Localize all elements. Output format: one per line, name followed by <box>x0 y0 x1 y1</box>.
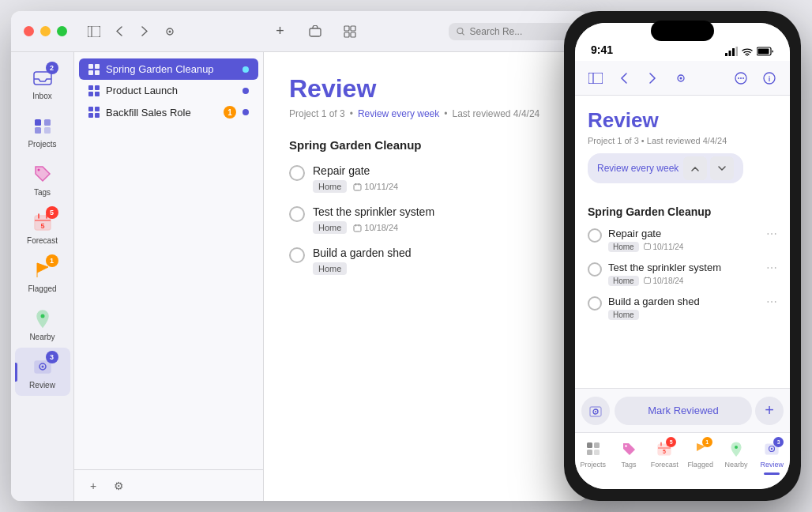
phone-tab-review[interactable]: 3 Review <box>754 439 790 469</box>
phone-more-icon[interactable] <box>730 67 752 89</box>
sidebar-item-label: Tags <box>34 188 51 197</box>
sidebar-item-forecast[interactable]: 5 5 Forecast <box>15 203 70 251</box>
phone-tab-label: Projects <box>580 461 606 469</box>
task-date: 10/18/24 <box>353 223 398 232</box>
expand-button[interactable] <box>339 21 361 43</box>
svg-rect-70 <box>587 442 592 448</box>
project-item-product-launch[interactable]: Product Launch <box>79 80 258 101</box>
close-button[interactable] <box>24 26 34 36</box>
task-complete-button[interactable] <box>289 247 305 263</box>
phone-forward-icon[interactable] <box>641 67 664 89</box>
sidebar-item-tags[interactable]: Tags <box>15 155 70 203</box>
phone-tab-forecast[interactable]: 5 5 Forecast <box>647 439 682 469</box>
sidebar-item-nearby[interactable]: Nearby <box>15 299 70 348</box>
task-complete-button[interactable] <box>289 165 305 181</box>
phone-task-meta: Home 10/18/24 <box>608 276 760 286</box>
phone-tab-tags[interactable]: Tags <box>611 439 646 469</box>
phone-task-more-icon[interactable]: ⋯ <box>766 228 777 240</box>
tags-icon <box>30 161 55 186</box>
add-item-button[interactable]: + <box>269 21 291 43</box>
review-frequency-link[interactable]: Review every week <box>358 108 439 119</box>
svg-point-58 <box>742 77 744 79</box>
view-button[interactable] <box>159 21 181 43</box>
phone-task-complete-button[interactable] <box>588 296 602 311</box>
task-content: Build a garden shed Home <box>313 247 562 275</box>
phone-tab-projects[interactable]: Projects <box>575 439 611 469</box>
svg-point-48 <box>746 55 748 56</box>
project-status-dot <box>242 66 249 73</box>
phone-active-tab-indicator <box>764 472 780 475</box>
task-item-sprinkler: Test the sprinkler system Home 10/18/24 <box>289 205 562 234</box>
add-project-button[interactable]: + <box>84 476 103 495</box>
phone-add-button[interactable]: + <box>755 397 784 425</box>
sidebar-item-inbox[interactable]: 2 Inbox <box>15 58 70 107</box>
title-bar: + <box>11 11 588 52</box>
phone-review-pill[interactable]: Review every week <box>588 153 743 183</box>
phone-task-more-icon[interactable]: ⋯ <box>766 296 777 308</box>
svg-rect-61 <box>644 244 650 250</box>
phone-tab-nearby[interactable]: Nearby <box>718 439 754 469</box>
sidebar-item-label: Forecast <box>27 236 58 245</box>
phone-sidebar-icon[interactable] <box>585 67 607 89</box>
phone-tab-flagged[interactable]: 1 Flagged <box>682 439 718 469</box>
phone-bottom-bar: Mark Reviewed + <box>575 388 790 432</box>
maximize-button[interactable] <box>57 26 67 36</box>
wifi-icon <box>742 47 753 56</box>
project-item-spring-garden[interactable]: Spring Garden Cleanup <box>79 58 258 80</box>
search-input[interactable] <box>470 26 567 37</box>
project-name: Product Launch <box>106 85 236 96</box>
project-grid-icon <box>88 107 100 118</box>
svg-rect-34 <box>88 107 93 111</box>
task-meta: Home 10/18/24 <box>313 221 562 234</box>
minimize-button[interactable] <box>40 26 51 36</box>
phone-chevron-down[interactable] <box>710 156 734 180</box>
phone-review-icon-button[interactable] <box>581 397 610 425</box>
search-bar[interactable] <box>449 23 575 40</box>
phone-chevron-up[interactable] <box>683 156 707 180</box>
settings-button[interactable]: ⚙ <box>109 476 128 495</box>
sidebar-item-label: Projects <box>28 140 56 149</box>
svg-rect-30 <box>88 85 93 90</box>
phone-task-meta: Home 10/11/24 <box>608 242 760 252</box>
phone-task-tag: Home <box>608 310 639 320</box>
svg-rect-12 <box>35 119 41 126</box>
svg-rect-5 <box>344 26 349 31</box>
task-tag: Home <box>313 262 347 275</box>
forward-button[interactable] <box>133 21 156 43</box>
svg-rect-14 <box>35 127 41 134</box>
svg-rect-36 <box>88 113 93 118</box>
forecast-icon: 5 5 <box>30 209 55 235</box>
mac-window: + <box>11 11 588 501</box>
phone-calendar-icon <box>644 277 651 284</box>
capture-button[interactable] <box>304 21 326 43</box>
phone-task-more-icon[interactable]: ⋯ <box>766 262 777 274</box>
sidebar-item-review[interactable]: 3 Review <box>15 348 70 396</box>
phone-info-icon[interactable]: i <box>758 67 780 89</box>
svg-rect-71 <box>594 442 600 448</box>
phone-view-icon[interactable] <box>670 67 692 89</box>
svg-rect-64 <box>644 278 650 284</box>
svg-rect-73 <box>594 450 600 455</box>
svg-rect-38 <box>354 184 361 190</box>
phone-mark-btn-container: Mark Reviewed <box>581 397 752 425</box>
phone-task-complete-button[interactable] <box>588 228 602 243</box>
sidebar-toggle-button[interactable] <box>83 21 105 43</box>
meta-project-count: Project 1 of 3 <box>289 108 345 119</box>
phone-task-complete-button[interactable] <box>588 262 602 277</box>
project-badge: 1 <box>224 106 236 119</box>
phone-time: 9:41 <box>591 43 613 56</box>
section-title: Spring Garden Cleanup <box>289 138 562 152</box>
sidebar-item-flagged[interactable]: 1 Flagged <box>15 251 70 299</box>
svg-rect-6 <box>351 26 355 31</box>
svg-point-83 <box>771 448 773 450</box>
phone-back-icon[interactable] <box>613 67 635 89</box>
back-button[interactable] <box>108 21 130 43</box>
sidebar-item-projects[interactable]: Projects <box>15 107 70 155</box>
svg-rect-45 <box>729 51 731 56</box>
project-item-backfill-sales[interactable]: Backfill Sales Role 1 <box>79 101 258 123</box>
forecast-badge: 5 <box>46 206 58 219</box>
project-status-dot <box>242 109 249 115</box>
sidebar-item-label: Review <box>29 381 55 390</box>
phone-mark-reviewed-button[interactable]: Mark Reviewed <box>615 397 752 425</box>
task-complete-button[interactable] <box>289 206 305 222</box>
